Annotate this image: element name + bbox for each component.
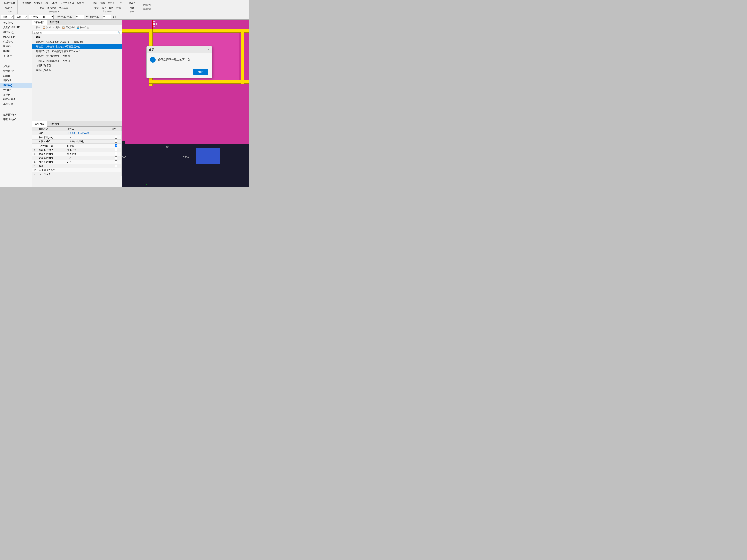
prop-check-9[interactable] — [115, 165, 117, 167]
tab-drawing-mgmt[interactable]: 图纸管理 — [47, 20, 62, 25]
component-tree: 墙面 外墙面1（真石漆首层空调机位处）[外墙面] 外墙面2（干挂石材(铝板)外墙… — [32, 35, 122, 121]
sidebar-item-flat-yard[interactable]: 平整场地(V) — [0, 117, 31, 122]
sidebar-item-ceiling[interactable]: 天棚(P) — [0, 88, 31, 92]
cad-identify-btn[interactable]: CAD识别选项 — [33, 1, 49, 5]
restore-cad-btn[interactable]: 还原CAD — [4, 5, 15, 10]
toolbar-modify-group: 修改 ▾ 绘图 修改 — [127, 0, 138, 14]
prop-check-5[interactable] — [115, 148, 117, 151]
save-component-btn[interactable]: 💾 构件存盘 — [76, 26, 90, 29]
prop-row-8: 8 终点底标高(m) -0.75 — [32, 160, 122, 164]
prop-row-5: 5 起点顶标高(m) 墙顶标高 — [32, 148, 122, 152]
wall-surface-section[interactable]: 墙面 — [32, 35, 122, 40]
prop-check-2[interactable] — [115, 136, 117, 139]
component-item-5[interactable]: 内墙面2（釉面砖墙面）[内墙面] — [32, 58, 122, 63]
properties-table: 属性名称 属性值 附加 1 名称 外墙面2（干挂石材(铝... — [32, 127, 122, 177]
lock-btn[interactable]: 锁定 — [39, 5, 46, 10]
sidebar-item-block-reinforce[interactable]: 砌体加筋(Y) — [0, 34, 31, 39]
length-mark-btn[interactable]: 长度标注 — [76, 1, 87, 5]
component-list-panel: 构件列表 图纸管理 × 🗋 新建 📋 复制 🗑 删除 📋 层间复制 💾 构件存盘… — [32, 20, 122, 121]
prop-check-3[interactable] — [115, 140, 117, 143]
drawing-label: 图纸操作 ▾ — [49, 10, 59, 13]
prop-row-4: 4 内/外墙面标志 外墙面 — [32, 144, 122, 148]
copy-component-btn[interactable]: 📋 复制 — [42, 26, 51, 29]
sidebar-item-curtain-wall[interactable]: 幕墙(Q) — [0, 53, 31, 58]
delete-component-btn[interactable]: 🗑 删除 — [52, 26, 60, 29]
sidebar-item-block-wall[interactable]: 砌体墙(Q) — [0, 30, 31, 34]
sidebar-item-wall-surface[interactable]: 墙面(W) — [0, 83, 31, 88]
draw-btn[interactable]: 绘图 — [129, 5, 135, 10]
length-input[interactable]: 0 — [76, 15, 84, 19]
tab-property-list[interactable]: 属性列表 — [32, 121, 47, 127]
component-item-7[interactable]: 内墙2 [内墙面] — [32, 68, 122, 73]
component-item-2[interactable]: 外墙面2（干挂石材(铝板)外墙面首层非空.... — [32, 45, 122, 49]
component-item-1[interactable]: 外墙面1（真石漆首层空调机位处）[外墙面] — [32, 40, 122, 45]
extend-btn[interactable]: 延伸 — [101, 5, 107, 10]
component-panel-tabs: 构件列表 图纸管理 × — [32, 20, 122, 25]
dialog-ok-btn[interactable]: 确定 — [193, 69, 208, 75]
sidebar-item-column-decor[interactable]: 独立柱装修 — [0, 97, 31, 102]
toolbar-drawing-group: 查找替换 CAD识别选项 云检查 自动平齐顶板 长度标注 锁定 图元存盘 转换图… — [20, 0, 88, 14]
property-select-btn[interactable]: 按属性选择 — [3, 1, 16, 5]
modify-btn[interactable]: 修改 ▾ — [128, 1, 136, 5]
dialog-close-btn[interactable]: × — [208, 48, 210, 51]
dialog-info-icon: i — [150, 57, 156, 63]
prop-check-7[interactable] — [115, 156, 117, 159]
reverse-input[interactable]: 0 — [103, 15, 111, 19]
search-input[interactable] — [32, 31, 122, 34]
tab-layer-mgmt[interactable]: 图层管理 — [47, 121, 62, 127]
toolbar-smart-group: 智能布置 智能布置 — [140, 0, 154, 14]
component-type-select[interactable]: 墙面 — [15, 15, 27, 19]
select-label: 选择 — [7, 10, 12, 13]
prop-name-link[interactable]: 外墙面2（干挂石材(铝... — [67, 132, 91, 134]
copy-btn[interactable]: 复制 — [92, 1, 99, 5]
sidebar-item-wall-decor[interactable]: 墙裙(U) — [0, 78, 31, 83]
component-item-3[interactable]: 外墙面5（干挂石(铝板)外墙面窗口位置 [...… — [32, 49, 122, 54]
sidebar-item-room[interactable]: 房间(F) — [0, 64, 31, 69]
prop-check-6[interactable] — [115, 152, 117, 155]
sidebar-item-building-area[interactable]: 建筑面积(U) — [0, 112, 31, 117]
move-btn[interactable]: 移动 — [93, 5, 100, 10]
break-btn[interactable]: 打断 — [108, 5, 114, 10]
category-select[interactable]: 装修 — [1, 15, 14, 19]
smart-layout-btn[interactable]: 智能布置 — [141, 3, 153, 7]
auto-align-btn[interactable]: 自动平齐顶板 — [59, 1, 75, 5]
find-replace-btn[interactable]: 查找替换 — [21, 1, 32, 5]
tab-component-list[interactable]: 构件列表 — [32, 20, 47, 25]
dialog-box: 提示 × i 必须选择同一边上的两个点 确定 — [147, 46, 212, 78]
convert-elem-btn[interactable]: 转换图元 — [58, 5, 69, 10]
sidebar-item-hidden-beam[interactable]: 暗梁(A) — [0, 44, 31, 49]
sidebar-item-beam-decor[interactable]: 单梁装修 — [0, 102, 31, 106]
main-area: 剪力墙(Q) 人防门框墙(RF) 砌体墙(Q) 砌体加筋(Y) 保温墙(Q) 暗… — [0, 20, 249, 187]
split-btn[interactable]: 分割 — [115, 5, 122, 10]
component-item-4[interactable]: 内墙面1（涂料内墙面）[内墙面] — [32, 54, 122, 58]
sidebar-item-skirting[interactable]: 踢脚(S) — [0, 74, 31, 78]
merge-btn[interactable]: 合并 — [116, 1, 123, 5]
sidebar-item-filler[interactable]: 填缝(E) — [0, 49, 31, 53]
component-detail-select[interactable]: 外墙面2（干挂· — [29, 15, 54, 19]
component-item-6[interactable]: 内墙1 [内墙面] — [32, 63, 122, 68]
left-sidebar: 剪力墙(Q) 人防门框墙(RF) 砌体墙(Q) 砌体加筋(Y) 保温墙(Q) 暗… — [0, 20, 32, 187]
prop-check-4[interactable] — [115, 144, 117, 147]
new-component-btn[interactable]: 🗋 新建 — [32, 26, 41, 29]
mirror-btn[interactable]: 镜像 — [99, 1, 106, 5]
sidebar-item-floor[interactable]: 楼地面(V) — [0, 69, 31, 74]
dialog-message: 必须选择同一边上的两个点 — [158, 57, 190, 61]
dialog-title-bar: 提示 × — [147, 47, 212, 53]
checkbox-label: □点加长度 — [55, 15, 66, 18]
sidebar-item-shear-wall[interactable]: 剪力墙(Q) — [0, 21, 31, 25]
sidebar-item-suspended-ceiling[interactable]: 吊顶(K) — [0, 92, 31, 97]
length-label: 长度： — [67, 15, 74, 18]
search-container: 🔍 — [32, 30, 122, 35]
save-elem-btn[interactable]: 图元存盘 — [46, 5, 57, 10]
toolbar-common-group: 复制 镜像 品对齐 合并 移动 延伸 打断 分割 通用操作 ▾ — [91, 0, 124, 14]
search-icon: 🔍 — [118, 31, 121, 34]
cloud-check-btn[interactable]: 云检查 — [50, 1, 58, 5]
sidebar-item-civil-door[interactable]: 人防门框墙(RF) — [0, 25, 31, 30]
floor-copy-btn[interactable]: 📋 层间复制 — [61, 26, 75, 29]
prop-check-8[interactable] — [115, 160, 117, 163]
sidebar-item-insulation[interactable]: 保温墙(Q) — [0, 39, 31, 44]
component-toolbar: 🗋 新建 📋 复制 🗑 删除 📋 层间复制 💾 构件存盘 — [32, 25, 122, 30]
component-panel-close[interactable]: × — [121, 20, 122, 25]
align-btn[interactable]: 品对齐 — [107, 1, 115, 5]
prop-row-9: 9 备注 — [32, 164, 122, 168]
